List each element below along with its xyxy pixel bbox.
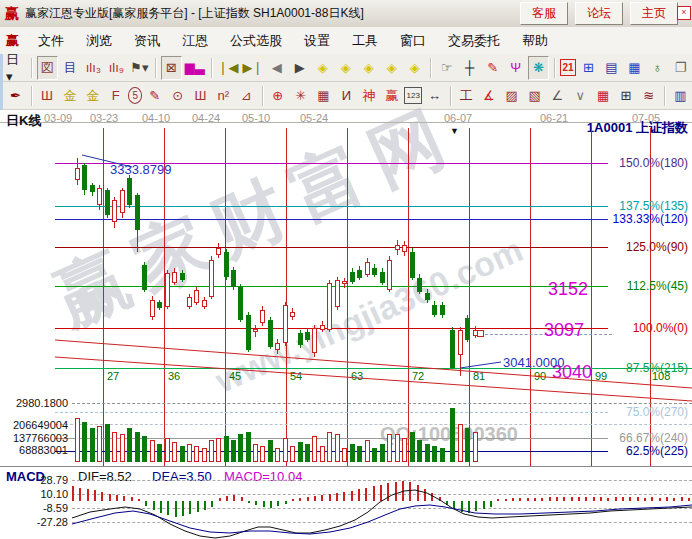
comb2-icon[interactable]: Ш bbox=[190, 84, 211, 108]
menu-item-6[interactable]: 工具 bbox=[341, 30, 389, 51]
measure-width-icon[interactable]: ↔ bbox=[424, 84, 445, 108]
magic-tool-icon[interactable]: Ψ bbox=[505, 56, 526, 80]
calculator-icon[interactable]: ⊞ bbox=[578, 56, 599, 80]
gann-board-icon[interactable]: ⊠ bbox=[161, 56, 182, 80]
candle-body bbox=[209, 260, 214, 297]
menu-item-3[interactable]: 江恩 bbox=[171, 30, 219, 51]
forum-button[interactable]: 论坛 bbox=[575, 2, 623, 25]
brain-analyse-icon[interactable]: ❋ bbox=[528, 56, 549, 80]
last-page-icon[interactable]: ▶❘ bbox=[241, 56, 264, 80]
window-layout-icon[interactable]: ❐ bbox=[670, 56, 691, 80]
candle-body bbox=[180, 273, 185, 280]
prev-icon[interactable]: ◀ bbox=[266, 56, 287, 80]
menu-item-5[interactable]: 设置 bbox=[293, 30, 341, 51]
period-day-icon[interactable]: 日▾ bbox=[5, 56, 26, 80]
web-square-icon[interactable]: ▦ bbox=[313, 84, 334, 108]
gann-vertical-line bbox=[469, 128, 470, 467]
ying-tool-icon[interactable]: 赢 bbox=[382, 84, 403, 108]
main-chart-icon[interactable]: 図 bbox=[37, 56, 58, 80]
macd-gridline bbox=[72, 508, 692, 509]
black-grid-icon[interactable]: ⊞ bbox=[616, 84, 637, 108]
macd-hist-bar bbox=[424, 489, 426, 501]
candle-body bbox=[165, 273, 170, 307]
volume-bar bbox=[120, 434, 125, 462]
chart-pane[interactable]: 赢家财富网www.yingjia360.comQQ:100800360日K线03… bbox=[0, 110, 692, 539]
gann-vertical-line bbox=[286, 128, 287, 467]
n-square-icon[interactable]: n² bbox=[213, 84, 234, 108]
menu-item-8[interactable]: 交易委托 bbox=[437, 30, 511, 51]
f10-info-icon[interactable]: 目 bbox=[60, 56, 81, 80]
gold-grid-a-icon[interactable]: 金 bbox=[60, 84, 81, 108]
calendar-icon[interactable]: 21 bbox=[560, 59, 576, 76]
triangle-rule-icon[interactable]: ⊿ bbox=[236, 84, 257, 108]
macd-hist-bar bbox=[182, 501, 184, 516]
draw-pen-icon[interactable]: ✎ bbox=[482, 56, 503, 80]
menu-item-7[interactable]: 窗口 bbox=[389, 30, 437, 51]
home-button[interactable]: 主页 bbox=[630, 2, 678, 25]
gann-diamond-hmove-icon[interactable]: ◈ bbox=[335, 56, 356, 80]
square-rays-icon[interactable]: ▧ bbox=[524, 84, 545, 108]
menu-item-1[interactable]: 浏览 bbox=[75, 30, 123, 51]
next-icon[interactable]: ▶ bbox=[289, 56, 310, 80]
v-shape-icon[interactable]: ∨ bbox=[570, 84, 591, 108]
app-window: 赢 赢家江恩专业版[赢家服务平台] - [上证指数 SH1A0001-88日K线… bbox=[0, 0, 692, 539]
f-grid-icon[interactable]: F bbox=[105, 84, 126, 108]
menu-item-9[interactable]: 帮助 bbox=[511, 30, 559, 51]
menu-item-2[interactable]: 资讯 bbox=[123, 30, 171, 51]
macd-hist-bar bbox=[248, 501, 250, 503]
gann-diamond-left-icon[interactable]: ◈ bbox=[312, 56, 333, 80]
price-grid-icon[interactable]: ▥ bbox=[670, 84, 691, 108]
crosshair-icon[interactable]: ┼ bbox=[459, 56, 480, 80]
frame-tool-icon[interactable]: 工 bbox=[456, 84, 477, 108]
volume-bar bbox=[260, 446, 265, 462]
signature-pen-icon[interactable]: ✒ bbox=[5, 84, 26, 108]
volume-bar bbox=[172, 442, 177, 462]
gann-diamond-center-icon[interactable]: ◈ bbox=[358, 56, 379, 80]
web-star-icon[interactable]: ✳ bbox=[290, 84, 311, 108]
gann-wheel-icon[interactable]: И bbox=[336, 84, 357, 108]
shen-tool-icon[interactable]: 神 bbox=[359, 84, 380, 108]
macd-hist-bar bbox=[505, 499, 507, 501]
pen-chart-icon[interactable]: ✎ bbox=[144, 84, 165, 108]
square-fan-icon[interactable]: ▨ bbox=[501, 84, 522, 108]
grid-123-icon[interactable]: 123 bbox=[404, 87, 422, 104]
menu-item-0[interactable]: 文件 bbox=[27, 30, 75, 51]
volume-bar bbox=[238, 434, 243, 462]
color-histogram-icon[interactable]: ▆▃ bbox=[184, 56, 206, 80]
time-circle-icon[interactable]: ⊙ bbox=[167, 84, 188, 108]
network-icon[interactable]: ♁ bbox=[647, 56, 668, 80]
minute3-chart-icon[interactable]: ılı₃ bbox=[83, 56, 104, 80]
candle-body bbox=[172, 272, 177, 283]
volume-bar bbox=[312, 436, 317, 462]
macd-hist-bar bbox=[629, 497, 631, 501]
notepad-icon[interactable]: ▤ bbox=[601, 56, 622, 80]
minute9-chart-icon[interactable]: ılı₉ bbox=[106, 56, 127, 80]
macd-hist-bar bbox=[321, 495, 323, 501]
save-icon[interactable]: ▦ bbox=[624, 56, 645, 80]
volume-bar bbox=[82, 422, 87, 462]
menu-item-4[interactable]: 公式选股 bbox=[219, 30, 293, 51]
first-page-icon[interactable]: ❘◀ bbox=[216, 56, 239, 80]
gann-comb-icon[interactable]: Ш bbox=[37, 84, 58, 108]
gold-grid-b-icon[interactable]: 金 bbox=[82, 84, 103, 108]
macd-dea-value: DEA=3.50 bbox=[152, 469, 212, 484]
candle-body bbox=[417, 278, 422, 292]
macd-hist-bar bbox=[197, 501, 199, 512]
angle-lines-icon[interactable]: ∠ bbox=[547, 84, 568, 108]
candle-body bbox=[187, 297, 192, 307]
red-grid-icon[interactable]: ▦ bbox=[593, 84, 614, 108]
service-button[interactable]: 客服 bbox=[520, 2, 568, 25]
parallel-lines-icon[interactable]: ≋ bbox=[638, 84, 659, 108]
mdi-close-icon[interactable]: × bbox=[677, 6, 691, 20]
fan-rays-icon[interactable]: ∡ bbox=[478, 84, 499, 108]
five-grid-icon[interactable]: 5 bbox=[128, 87, 142, 104]
hand-drag-icon[interactable]: ☞ bbox=[436, 56, 457, 80]
flag-mark-icon[interactable]: ⚑▾ bbox=[129, 56, 150, 80]
candle-body bbox=[105, 190, 110, 215]
gann-diamond-vmove-icon[interactable]: ◈ bbox=[381, 56, 402, 80]
gann-diamond-right-icon[interactable]: ◈ bbox=[404, 56, 425, 80]
target-circle-icon[interactable]: ⊕ bbox=[267, 84, 288, 108]
macd-hist-bar bbox=[563, 497, 565, 501]
volume-bar bbox=[357, 446, 362, 462]
toolbar-separator bbox=[31, 58, 32, 78]
